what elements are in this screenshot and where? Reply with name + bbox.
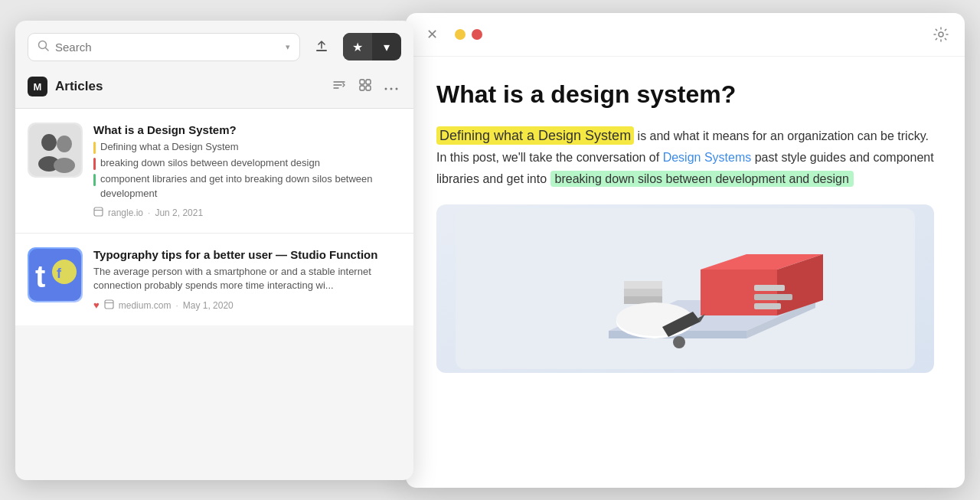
article-meta: ♥ medium.com · May 1, 2020 — [93, 299, 401, 312]
article-main-title: What is a design system? — [436, 80, 934, 109]
article-thumbnail — [28, 123, 83, 178]
svg-rect-7 — [366, 80, 371, 84]
more-button[interactable] — [381, 76, 401, 97]
highlight-green: breaking down silos between development … — [550, 171, 854, 187]
svg-rect-44 — [754, 303, 781, 309]
search-bar-row: ▾ ★ ▾ — [15, 21, 413, 69]
star-icon: ★ — [352, 40, 363, 54]
article-date: Jun 2, 2021 — [155, 208, 203, 218]
snippet-line-2: breaking down silos between development … — [93, 156, 401, 170]
svg-point-12 — [396, 88, 398, 90]
article-snippet-text: The average person with a smartphone or … — [93, 265, 401, 292]
article-description: The average person with a smartphone or … — [93, 265, 401, 292]
section-controls — [329, 75, 401, 99]
svg-rect-2 — [316, 50, 327, 51]
close-traffic-button[interactable] — [472, 29, 482, 40]
left-panel: ▾ ★ ▾ M Articles — [15, 21, 413, 480]
design-systems-link[interactable]: Design Systems — [663, 151, 752, 164]
article-item[interactable]: What is a Design System? Defining what a… — [15, 109, 413, 234]
traffic-lights — [455, 29, 482, 40]
dropdown-button[interactable]: ▾ — [372, 33, 401, 60]
article-snippets: Defining what a Design System breaking d… — [93, 140, 401, 201]
meta-dot: · — [148, 208, 150, 218]
article-source: rangle.io — [108, 208, 143, 218]
snippet-bar-yellow — [93, 142, 96, 154]
minimize-button[interactable] — [455, 29, 466, 40]
svg-point-26 — [939, 32, 943, 37]
reader-header-left: ✕ — [421, 24, 482, 45]
article-source: medium.com — [119, 300, 172, 311]
article-text-block: Defining what a Design System is and wha… — [436, 124, 934, 189]
svg-rect-8 — [360, 86, 364, 90]
search-icon — [38, 40, 49, 54]
settings-button[interactable] — [933, 26, 949, 43]
snippet-bar-green — [93, 174, 96, 186]
svg-rect-18 — [94, 208, 103, 216]
article-image — [436, 204, 934, 373]
close-button[interactable]: ✕ — [421, 24, 443, 45]
svg-text:t: t — [35, 260, 45, 293]
chevron-icon: ▾ — [384, 40, 390, 54]
article-item[interactable]: t f Typography tips for a better user — … — [15, 234, 413, 325]
upload-button[interactable] — [308, 33, 335, 60]
chevron-down-icon: ▾ — [286, 42, 290, 52]
article-thumbnail: t f — [28, 247, 83, 302]
meta-dot: · — [175, 300, 178, 311]
highlight-yellow: Defining what a Design System — [436, 126, 634, 145]
articles-list: What is a Design System? Defining what a… — [15, 109, 413, 480]
heart-icon: ♥ — [93, 299, 100, 311]
svg-line-1 — [46, 47, 49, 51]
section-header: M Articles — [15, 69, 413, 108]
close-icon: ✕ — [426, 26, 438, 43]
svg-rect-24 — [105, 300, 113, 309]
reader-body: What is a design system? Defining what a… — [406, 57, 965, 488]
svg-marker-36 — [624, 281, 662, 289]
svg-marker-35 — [624, 289, 662, 296]
svg-text:f: f — [57, 266, 62, 281]
svg-point-14 — [41, 134, 57, 151]
article-content: Typography tips for a better user — Stud… — [93, 247, 401, 312]
article-title: Typography tips for a better user — Stud… — [93, 247, 401, 263]
snippet-line-3: component libraries and get into breakin… — [93, 172, 401, 200]
star-button[interactable]: ★ — [343, 33, 372, 60]
sort-button[interactable] — [329, 75, 349, 99]
svg-rect-43 — [754, 294, 792, 300]
svg-rect-9 — [366, 86, 371, 90]
browser-icon — [104, 299, 114, 312]
snippet-text-1: Defining what a Design System — [100, 140, 239, 154]
grid-button[interactable] — [355, 75, 375, 99]
svg-point-10 — [385, 88, 387, 90]
snippet-bar-red — [93, 158, 96, 170]
article-date: May 1, 2020 — [183, 300, 234, 311]
snippet-text-3: component libraries and get into breakin… — [100, 172, 401, 200]
article-title: What is a Design System? — [93, 123, 401, 138]
svg-point-17 — [54, 158, 75, 173]
reader-header: ✕ — [406, 13, 965, 57]
snippet-text-2: breaking down silos between development … — [100, 156, 320, 170]
browser-icon — [93, 207, 103, 219]
svg-point-41 — [673, 336, 685, 348]
right-panel: ✕ What is a design system? Defining what… — [406, 13, 965, 488]
star-dropdown-group: ★ ▾ — [343, 33, 401, 60]
section-title: Articles — [55, 79, 322, 94]
snippet-line-1: Defining what a Design System — [93, 140, 401, 154]
svg-point-22 — [52, 260, 77, 284]
svg-rect-6 — [360, 80, 364, 84]
article-meta: rangle.io · Jun 2, 2021 — [93, 207, 401, 219]
svg-point-11 — [390, 88, 393, 90]
svg-point-16 — [57, 136, 72, 152]
search-input[interactable] — [55, 41, 279, 54]
svg-rect-42 — [754, 285, 785, 291]
search-input-wrap[interactable]: ▾ — [28, 33, 300, 61]
svg-rect-27 — [456, 208, 915, 369]
section-logo: M — [28, 77, 47, 96]
article-content: What is a Design System? Defining what a… — [93, 123, 401, 219]
